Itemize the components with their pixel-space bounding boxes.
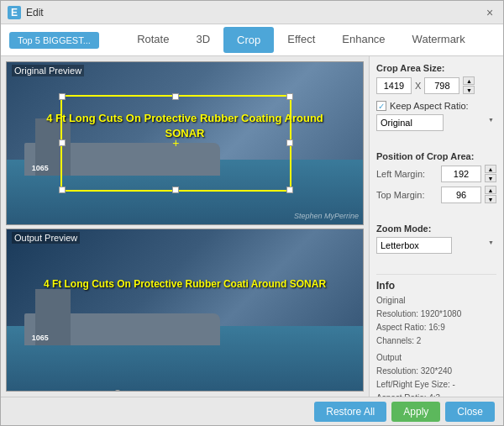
left-margin-down-button[interactable]: ▼	[485, 174, 496, 182]
left-margin-up-button[interactable]: ▲	[485, 165, 496, 173]
x-separator: X	[415, 81, 421, 91]
original-preview: Original Preview 1065 4 Ft Long Cuts On …	[6, 61, 364, 225]
tab-watermark[interactable]: Watermark	[399, 26, 479, 55]
file-tab[interactable]: Top 5 BIGGEST...	[9, 32, 99, 49]
tab-effect[interactable]: Effect	[274, 26, 328, 55]
app-icon: E	[8, 6, 21, 19]
crop-height-input[interactable]	[424, 77, 459, 94]
position-label: Position of Crop Area:	[376, 151, 496, 161]
aspect-ratio-select[interactable]: Original	[376, 114, 444, 131]
original-resolution: Resolution: 1920*1080	[376, 308, 496, 321]
crop-handle-bm[interactable]	[172, 187, 179, 193]
output-preview: Output Preview 1065 4 Ft Long Cuts On Pr…	[6, 229, 364, 392]
info-title: Info	[376, 280, 496, 292]
output-video-text: 4 Ft Long Cuts On Protective Rubber Coat…	[42, 277, 327, 292]
main-content: Original Preview 1065 4 Ft Long Cuts On …	[1, 56, 503, 397]
top-margin-down-button[interactable]: ▼	[485, 195, 496, 203]
output-eye: Left/Right Eye Size: -	[376, 378, 496, 392]
crop-handle-mr[interactable]	[286, 139, 293, 146]
preview-area: Original Preview 1065 4 Ft Long Cuts On …	[1, 56, 369, 397]
crop-handle-br[interactable]	[286, 187, 293, 193]
left-margin-input[interactable]	[441, 166, 481, 182]
zoom-mode-group: Zoom Mode: Letterbox	[376, 224, 496, 254]
crop-size-inputs: X ▲ ▼	[376, 76, 496, 94]
original-preview-label: Original Preview	[12, 65, 84, 76]
zoom-mode-label: Zoom Mode:	[376, 224, 496, 234]
ship-number-output: 1065	[32, 334, 49, 342]
tab-bar: Top 5 BIGGEST... Rotate 3D Crop Effect E…	[1, 24, 503, 56]
height-up-button[interactable]: ▲	[463, 76, 475, 85]
output-info-label: Output	[376, 351, 496, 365]
original-aspect: Aspect Ratio: 16:9	[376, 321, 496, 334]
aspect-select-wrapper: Original	[376, 114, 496, 131]
navigation-tabs: Rotate 3D Crop Effect Enhance Watermark	[108, 26, 495, 55]
crop-handle-tl[interactable]	[59, 93, 66, 100]
ship-number-original: 1065	[32, 164, 49, 172]
crop-width-input[interactable]	[376, 77, 412, 94]
keep-aspect-row: ✓ Keep Aspect Ratio:	[376, 101, 496, 111]
bottom-bar: Restore All Apply Close	[1, 397, 503, 425]
zoom-mode-select[interactable]: Letterbox	[376, 237, 452, 254]
zoom-select-wrapper: Letterbox	[376, 237, 496, 254]
crop-handle-bl[interactable]	[59, 187, 66, 193]
original-info-label: Original	[376, 294, 496, 308]
output-preview-label: Output Preview	[12, 232, 80, 244]
close-window-button[interactable]: ×	[483, 6, 496, 19]
top-margin-input[interactable]	[441, 187, 481, 203]
keep-aspect-label: Keep Aspect Ratio:	[390, 101, 469, 111]
crop-size-label: Crop Area Size:	[376, 63, 496, 73]
original-video: 1065 4 Ft Long Cuts On Protective Rubber…	[7, 62, 363, 224]
crop-crosshair: +	[172, 136, 179, 150]
watermark-text: Stephen MyPerrine	[294, 212, 359, 220]
top-margin-up-button[interactable]: ▲	[485, 186, 496, 194]
tab-enhance[interactable]: Enhance	[328, 26, 398, 55]
position-group: Position of Crop Area: Left Margin: ▲ ▼ …	[376, 151, 496, 203]
tab-crop[interactable]: Crop	[223, 27, 274, 53]
close-button[interactable]: Close	[445, 402, 495, 422]
progress-area	[7, 391, 363, 392]
info-section: Info Original Resolution: 1920*1080 Aspe…	[376, 274, 496, 397]
title-bar: E Edit ×	[1, 1, 503, 24]
crop-size-group: Crop Area Size: X ▲ ▼	[376, 63, 496, 94]
keep-aspect-checkbox[interactable]: ✓	[376, 101, 386, 111]
svg-text:E: E	[11, 7, 18, 18]
window-title: Edit	[26, 7, 483, 18]
edit-window: E Edit × Top 5 BIGGEST... Rotate 3D Crop…	[0, 0, 504, 426]
settings-panel: Crop Area Size: X ▲ ▼ ✓ Keep	[369, 56, 503, 397]
crop-handle-tr[interactable]	[286, 93, 293, 100]
output-video: 1065 4 Ft Long Cuts On Protective Rubber…	[7, 229, 363, 392]
crop-handle-tm[interactable]	[172, 93, 179, 100]
tab-rotate[interactable]: Rotate	[123, 26, 182, 55]
height-down-button[interactable]: ▼	[463, 86, 475, 94]
aspect-ratio-group: ✓ Keep Aspect Ratio: Original	[376, 101, 496, 131]
top-margin-label: Top Margin:	[376, 190, 438, 200]
left-margin-row: Left Margin: ▲ ▼	[376, 165, 496, 182]
top-margin-row: Top Margin: ▲ ▼	[376, 186, 496, 203]
left-margin-label: Left Margin:	[376, 169, 438, 179]
tab-3d[interactable]: 3D	[182, 26, 223, 55]
apply-button[interactable]: Apply	[391, 402, 440, 422]
restore-all-button[interactable]: Restore All	[314, 402, 386, 422]
crop-handle-ml[interactable]	[59, 139, 66, 146]
checkbox-check-icon: ✓	[378, 102, 385, 111]
output-resolution: Resolution: 320*240	[376, 365, 496, 378]
original-channels: Channels: 2	[376, 334, 496, 348]
crop-box[interactable]: +	[60, 95, 292, 192]
